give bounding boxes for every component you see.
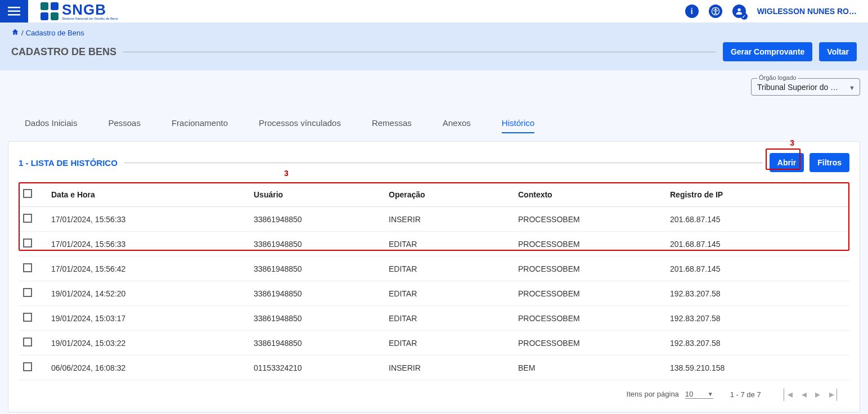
svg-rect-0 [8,7,20,8]
info-icon[interactable]: i [685,4,699,18]
cell-usuario: 01153324210 [249,356,384,380]
breadcrumb-item[interactable]: Cadastro de Bens [26,29,84,37]
cell-contexto: PROCESSOBEM [514,331,665,356]
tab-anexos[interactable]: Anexos [443,118,471,133]
cell-ip: 192.83.207.58 [665,281,849,306]
cell-contexto: BEM [514,356,665,380]
title-divider [123,52,716,52]
subheader: / Cadastro de Bens CADASTRO DE BENS Gera… [0,22,868,70]
cell-usuario: 33861948850 [249,256,384,281]
row-checkbox[interactable] [23,238,32,248]
caret-down-icon: ▼ [849,84,855,91]
table-row[interactable]: 06/06/2024, 16:08:3201153324210INSERIRBE… [19,356,849,380]
svg-point-4 [715,9,716,10]
cell-contexto: PROCESSOBEM [514,207,665,232]
col-header-data[interactable]: Data e Hora [47,182,249,207]
abrir-button[interactable]: Abrir [770,153,804,172]
historico-table: Data e Hora Usuário Operação Contexto Re… [19,182,849,380]
user-name[interactable]: WIGLESSON NUNES RO… [757,7,857,16]
orgao-logado-select[interactable]: Órgão logado Tribunal Superior do Tra… ▼ [751,78,860,96]
pager-first-button[interactable]: │◂ [778,389,796,400]
cell-ip: 201.68.87.145 [665,232,849,256]
row-checkbox[interactable] [23,313,32,322]
tab-dados-iniciais[interactable]: Dados Iniciais [25,118,77,133]
row-checkbox[interactable] [23,362,32,371]
cell-contexto: PROCESSOBEM [514,256,665,281]
row-checkbox[interactable] [23,263,32,272]
tab-pessoas[interactable]: Pessoas [108,118,141,133]
accessibility-icon[interactable] [709,4,722,18]
cell-contexto: PROCESSOBEM [514,306,665,331]
pager-range: 1 - 7 de 7 [730,390,761,399]
col-header-contexto[interactable]: Contexto [514,182,665,207]
voltar-button[interactable]: Voltar [819,42,857,61]
filtros-button[interactable]: Filtros [809,153,849,172]
cell-data: 19/01/2024, 14:52:20 [47,281,249,306]
col-header-ip[interactable]: Registro de IP [665,182,849,207]
svg-rect-1 [8,11,20,12]
table-row[interactable]: 17/01/2024, 15:56:3333861948850EDITARPRO… [19,232,849,256]
pager: Itens por página 10▼ 1 - 7 de 7 │◂ ◂ ▸ ▸… [19,380,849,400]
table-header-row: Data e Hora Usuário Operação Contexto Re… [19,182,849,207]
section-title: 1 - LISTA DE HISTÓRICO [19,158,118,168]
cell-operacao: INSERIR [384,356,514,380]
cell-data: 17/01/2024, 15:56:33 [47,232,249,256]
row-checkbox[interactable] [23,338,32,346]
pager-size-select[interactable]: 10▼ [685,390,713,399]
col-header-operacao[interactable]: Operação [384,182,514,207]
pager-next-button[interactable]: ▸ [812,389,824,400]
tab-fracionamento[interactable]: Fracionamento [172,118,228,133]
tabs: Dados Iniciais Pessoas Fracionamento Pro… [8,118,860,139]
cell-operacao: EDITAR [384,256,514,281]
logo: SNGB Sistema Nacional de Gestão de Bens [35,2,118,20]
cell-operacao: EDITAR [384,232,514,256]
table-row[interactable]: 17/01/2024, 15:56:4233861948850EDITARPRO… [19,256,849,281]
cell-data: 19/01/2024, 15:03:22 [47,331,249,356]
table-row[interactable]: 17/01/2024, 15:56:3333861948850INSERIRPR… [19,207,849,232]
pager-last-button[interactable]: ▸│ [826,389,844,400]
cell-operacao: INSERIR [384,207,514,232]
logo-text-small: Sistema Nacional de Gestão de Bens [62,17,118,20]
pager-prev-button[interactable]: ◂ [798,389,810,400]
breadcrumb-sep: / [21,29,24,37]
cell-operacao: EDITAR [384,306,514,331]
select-all-checkbox[interactable] [23,189,32,198]
table-wrap: Data e Hora Usuário Operação Contexto Re… [19,182,849,380]
cell-ip: 201.68.87.145 [665,256,849,281]
pager-label: Itens por página [627,390,679,398]
tab-historico[interactable]: Histórico [502,118,534,133]
tab-processos-vinculados[interactable]: Processos vínculados [259,118,341,133]
cell-usuario: 33861948850 [249,331,384,356]
logo-text-big: SNGB [62,2,118,17]
cell-data: 19/01/2024, 15:03:17 [47,306,249,331]
orgao-value: Tribunal Superior do Tra… [757,83,842,92]
home-icon[interactable] [11,28,19,38]
table-row[interactable]: 19/01/2024, 15:03:1733861948850EDITARPRO… [19,306,849,331]
row-checkbox[interactable] [23,288,32,297]
cell-data: 17/01/2024, 15:56:42 [47,256,249,281]
historico-card: 3 1 - LISTA DE HISTÓRICO Abrir Filtros 3… [8,141,860,412]
cell-operacao: EDITAR [384,331,514,356]
cell-usuario: 33861948850 [249,207,384,232]
table-row[interactable]: 19/01/2024, 14:52:2033861948850EDITARPRO… [19,281,849,306]
gerar-comprovante-button[interactable]: Gerar Comprovante [723,42,812,61]
caret-down-icon: ▼ [708,391,713,397]
top-bar: SNGB Sistema Nacional de Gestão de Bens … [0,0,868,22]
menu-button[interactable] [0,0,28,22]
cell-ip: 192.83.207.58 [665,306,849,331]
cell-usuario: 33861948850 [249,232,384,256]
logo-mark-icon [41,2,59,20]
tab-remessas[interactable]: Remessas [372,118,412,133]
col-header-usuario[interactable]: Usuário [249,182,384,207]
user-avatar-icon[interactable]: ✓ [732,4,746,18]
cell-ip: 138.59.210.158 [665,356,849,380]
page-title: CADASTRO DE BENS [11,46,116,58]
breadcrumb: / Cadastro de Bens [11,28,857,38]
section-divider [124,163,763,163]
table-row[interactable]: 19/01/2024, 15:03:2233861948850EDITARPRO… [19,331,849,356]
annotation-3-top: 3 [790,138,794,147]
row-checkbox[interactable] [23,214,32,223]
cell-operacao: EDITAR [384,281,514,306]
cell-data: 06/06/2024, 16:08:32 [47,356,249,380]
svg-rect-2 [8,14,20,16]
